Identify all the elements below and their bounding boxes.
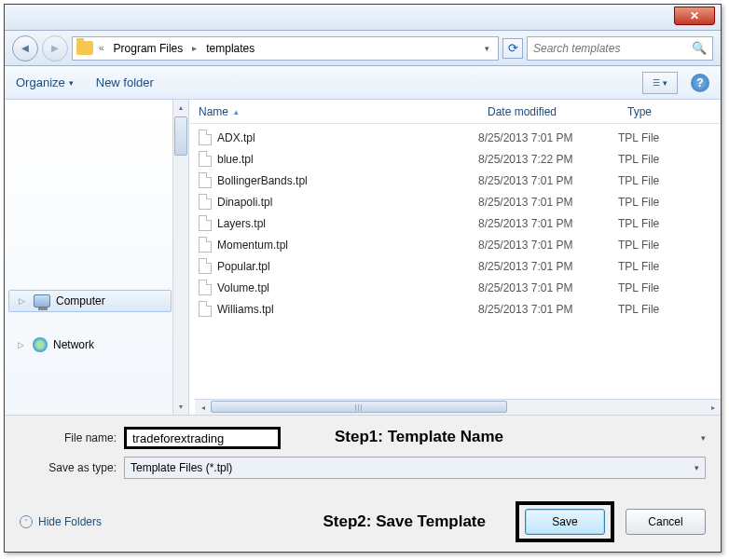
scroll-right-icon[interactable]: ▸ (705, 401, 721, 415)
tree-scrollbar[interactable]: ▴ ▾ (172, 100, 188, 415)
file-icon (199, 215, 212, 231)
annotation-step1: Step1: Template Name (335, 428, 503, 446)
toolbar: Organize ▾ New folder ☰▾ ? (5, 66, 721, 100)
breadcrumb-program-files[interactable]: Program Files (110, 42, 187, 55)
network-icon (33, 337, 48, 352)
file-icon (199, 301, 212, 317)
tree-item-computer[interactable]: ▷ Computer (8, 290, 172, 312)
organize-label: Organize (16, 75, 65, 89)
column-headers: Name ▴ Date modified Type (189, 100, 721, 124)
file-icon (199, 151, 212, 167)
file-type: TPL File (618, 153, 721, 166)
column-label: Name (199, 105, 228, 118)
annotation-step2: Step2: Save Template (323, 512, 486, 531)
tree-item-network[interactable]: ▷ Network (5, 333, 188, 357)
file-row[interactable]: Williams.tpl8/25/2013 7:01 PMTPL File (189, 298, 721, 320)
column-date[interactable]: Date modified (478, 100, 618, 123)
nav-back-button[interactable]: ◄ (12, 35, 38, 61)
close-button[interactable]: ✕ (674, 7, 715, 25)
file-row[interactable]: Momentum.tpl8/25/2013 7:01 PMTPL File (189, 234, 721, 255)
file-name: Dinapoli.tpl (217, 196, 272, 209)
file-icon (199, 172, 212, 188)
breadcrumb[interactable]: « Program Files ▸ templates ▾ (72, 36, 499, 61)
bottom-panel: File name: Step1: Template Name ▾ Save a… (5, 415, 721, 552)
chevron-down-icon[interactable]: ▾ (701, 433, 706, 443)
tree-label: Network (53, 338, 94, 351)
file-icon (199, 237, 212, 253)
scroll-left-icon[interactable]: ◂ (195, 401, 211, 415)
file-list: Name ▴ Date modified Type ADX.tpl8/25/20… (189, 100, 721, 415)
search-box[interactable]: 🔍 (527, 36, 713, 61)
file-type: TPL File (618, 196, 721, 209)
saveas-value: Template Files (*.tpl) (131, 461, 232, 474)
organize-menu[interactable]: Organize ▾ (16, 75, 74, 89)
file-date: 8/25/2013 7:01 PM (478, 174, 618, 187)
breadcrumb-templates[interactable]: templates (202, 42, 258, 55)
chevron-right-icon[interactable]: ▸ (188, 43, 200, 53)
navigation-tree: ▷ Computer ▷ Network ▴ ▾ (5, 100, 189, 415)
hide-folders-button[interactable]: ˄ Hide Folders (20, 515, 102, 528)
file-type: TPL File (618, 260, 721, 273)
file-type: TPL File (618, 131, 721, 144)
save-button[interactable]: Save (525, 509, 605, 535)
main-area: ▷ Computer ▷ Network ▴ ▾ (5, 100, 721, 415)
file-icon (199, 130, 212, 145)
file-row[interactable]: BollingerBands.tpl8/25/2013 7:01 PMTPL F… (189, 170, 721, 191)
file-name: ADX.tpl (217, 131, 255, 144)
folder-icon (76, 41, 93, 55)
file-type: TPL File (618, 281, 721, 294)
file-name: Volume.tpl (217, 281, 269, 294)
titlebar: ✕ (5, 5, 721, 31)
file-date: 8/25/2013 7:01 PM (478, 196, 618, 209)
saveas-type-select[interactable]: Template Files (*.tpl) ▾ (124, 457, 706, 479)
breadcrumb-dropdown[interactable]: ▾ (479, 44, 494, 53)
breadcrumb-separator: « (95, 43, 108, 53)
file-row[interactable]: Dinapoli.tpl8/25/2013 7:01 PMTPL File (189, 191, 721, 212)
filename-input[interactable] (124, 427, 281, 449)
expand-icon[interactable]: ▷ (18, 340, 27, 349)
column-name[interactable]: Name ▴ (189, 100, 478, 123)
file-date: 8/25/2013 7:01 PM (478, 131, 618, 144)
new-folder-button[interactable]: New folder (96, 75, 154, 89)
scroll-up-icon[interactable]: ▴ (173, 100, 188, 116)
horizontal-scrollbar[interactable]: ◂ ||| ▸ (195, 399, 721, 415)
expand-icon[interactable]: ▷ (19, 296, 28, 306)
file-row[interactable]: Volume.tpl8/25/2013 7:01 PMTPL File (189, 277, 721, 298)
tree-label: Computer (56, 294, 105, 307)
file-row[interactable]: Popular.tpl8/25/2013 7:01 PMTPL File (189, 255, 721, 277)
view-options-button[interactable]: ☰▾ (642, 72, 678, 94)
help-button[interactable]: ? (691, 74, 709, 92)
file-name: Williams.tpl (217, 303, 274, 316)
file-name: blue.tpl (217, 153, 254, 166)
chevron-down-icon: ▾ (695, 463, 699, 472)
refresh-button[interactable]: ⟳ (502, 38, 523, 59)
sort-ascending-icon: ▴ (234, 107, 239, 116)
search-input[interactable] (533, 42, 692, 55)
cancel-button[interactable]: Cancel (626, 509, 706, 535)
collapse-icon: ˄ (20, 515, 33, 528)
file-name: Popular.tpl (217, 260, 270, 273)
file-icon (199, 194, 212, 210)
search-icon[interactable]: 🔍 (692, 41, 707, 55)
annotation-save-highlight: Save (516, 501, 614, 542)
chevron-down-icon: ▾ (69, 78, 74, 88)
nav-forward-button[interactable]: ► (42, 35, 68, 61)
scrollbar-thumb[interactable]: ||| (211, 401, 507, 413)
file-date: 8/25/2013 7:01 PM (478, 217, 618, 230)
saveas-label: Save as type: (20, 461, 117, 474)
file-type: TPL File (618, 303, 721, 316)
list-icon: ☰ (653, 78, 660, 88)
file-row[interactable]: ADX.tpl8/25/2013 7:01 PMTPL File (189, 127, 721, 148)
column-type[interactable]: Type (618, 100, 721, 123)
file-row[interactable]: blue.tpl8/25/2013 7:22 PMTPL File (189, 148, 721, 170)
file-name: Momentum.tpl (217, 239, 288, 252)
file-type: TPL File (618, 239, 721, 252)
scrollbar-thumb[interactable] (174, 116, 187, 156)
file-row[interactable]: Layers.tpl8/25/2013 7:01 PMTPL File (189, 212, 721, 234)
computer-icon (34, 294, 50, 307)
file-name: BollingerBands.tpl (217, 174, 308, 187)
scroll-down-icon[interactable]: ▾ (173, 399, 188, 415)
file-type: TPL File (618, 174, 721, 187)
file-date: 8/25/2013 7:01 PM (478, 281, 618, 294)
address-bar: ◄ ► « Program Files ▸ templates ▾ ⟳ 🔍 (5, 31, 721, 66)
